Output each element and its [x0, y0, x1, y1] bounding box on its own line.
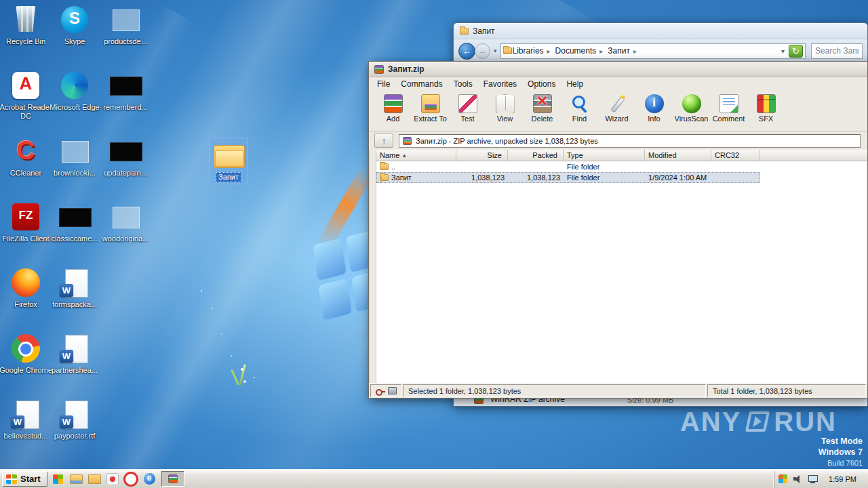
back-button[interactable]	[458, 43, 475, 60]
action-center-icon[interactable]	[778, 474, 787, 483]
archive-address-bar[interactable]: Запит.zip - ZIP archive, unpacked size 1…	[399, 134, 861, 148]
desktop-icon-zapyt[interactable]: Запит	[209, 138, 248, 184]
volume-icon[interactable]	[793, 474, 803, 483]
breadcrumb-libraries[interactable]: Libraries ▸	[512, 46, 555, 56]
virusscan-button[interactable]: VirusScan	[673, 93, 710, 124]
desktop-icon-column-2: Skype Microsoft Edge brownlooki... class…	[46, 4, 103, 464]
cell-name: ..	[376, 161, 456, 172]
toolbar-button-label: Add	[387, 115, 400, 123]
desktop-icon-skype[interactable]: Skype	[46, 4, 103, 70]
column-header-type[interactable]: Type	[564, 150, 645, 161]
desktop-icon-woodorigina[interactable]: woodorigina...	[97, 201, 154, 267]
cell-size: 1,038,123	[456, 172, 508, 183]
winrar-titlebar[interactable]: Запит.zip	[369, 62, 867, 77]
network-icon[interactable]	[808, 475, 818, 483]
toolbar-button-label: Find	[572, 115, 587, 123]
desktop-icon-payposter-rtf[interactable]: payposter.rtf	[46, 399, 103, 464]
search-input[interactable]	[812, 46, 862, 56]
desktop-icon-label: woodorigina...	[97, 235, 154, 243]
desktop-icon-productsde[interactable]: productsde...	[97, 4, 154, 70]
toolbar-icon	[458, 94, 477, 113]
explorer-titlebar[interactable]: Запит	[454, 23, 867, 39]
menu-commands[interactable]: Commands	[395, 78, 448, 90]
cell-size	[456, 161, 508, 172]
desktop-icon-classiccame[interactable]: classiccame...	[46, 201, 103, 267]
libraries-icon	[503, 47, 512, 54]
windows-logo-icon	[6, 474, 17, 484]
quicklaunch-media[interactable]	[104, 471, 121, 487]
quicklaunch-internet-explorer[interactable]	[141, 471, 158, 487]
toolbar-button-label: Delete	[532, 115, 553, 123]
explorer-address-bar: Libraries ▸ Documents ▸ Запит ▸	[454, 39, 867, 62]
menu-options[interactable]: Options	[522, 78, 561, 90]
status-selected-text: Selected 1 folder, 1,038,123 bytes	[403, 384, 706, 397]
menu-favorites[interactable]: Favorites	[478, 78, 522, 90]
toolbar-button-label: Info	[648, 115, 660, 123]
taskbar-clock[interactable]: 1:59 PM	[823, 475, 862, 483]
quicklaunch-opera[interactable]	[123, 471, 140, 487]
cell-packed	[508, 161, 564, 172]
key-icon	[376, 387, 385, 395]
desktop-icon-image	[57, 70, 92, 101]
desktop-icon-image	[57, 136, 92, 167]
taskbar-winrar-button[interactable]	[161, 471, 184, 487]
refresh-button[interactable]	[789, 45, 803, 58]
cell-packed: 1,038,123	[508, 172, 564, 183]
column-header-size[interactable]: Size	[456, 150, 508, 161]
wallpaper-sprout	[228, 362, 258, 392]
wizard-button[interactable]: Wizard	[598, 93, 635, 124]
forward-button[interactable]	[475, 43, 490, 59]
archive-address-text: Запит.zip - ZIP archive, unpacked size 1…	[416, 137, 598, 145]
desktop-icon-image	[8, 4, 43, 35]
sort-arrow-icon: ▲	[401, 152, 407, 159]
quicklaunch-explorer[interactable]	[68, 471, 85, 487]
desktop-icon-formspacka[interactable]: formspacka...	[46, 267, 103, 333]
winrar-toolbar: Add Extract To Test View Delete Find	[369, 91, 867, 131]
test-button[interactable]: Test	[449, 93, 486, 124]
winrar-icon	[168, 474, 178, 483]
info-button[interactable]: Info	[635, 93, 673, 124]
desktop-icon-label: rememberd...	[97, 103, 154, 112]
column-header-modified[interactable]: Modified	[645, 150, 711, 161]
archive-row-zapyt[interactable]: Запит 1,038,123 1,038,123 File folder 1/…	[376, 172, 760, 183]
folder-icon	[460, 28, 469, 35]
toolbar-button-label: Comment	[713, 115, 745, 123]
sfx-button[interactable]: SFX	[747, 93, 785, 124]
add-button[interactable]: Add	[374, 93, 412, 124]
desktop-icon-partnershea[interactable]: partnershea...	[46, 333, 103, 399]
cell-name: Запит	[376, 172, 456, 183]
cell-crc32	[711, 172, 760, 183]
file-list-header: Name ▲ Size Packed Type Modified	[376, 150, 867, 161]
start-button[interactable]: Start	[2, 471, 47, 487]
breadcrumb-documents[interactable]: Documents ▸	[555, 46, 608, 56]
menu-tools[interactable]: Tools	[448, 78, 478, 90]
desktop-icon-image	[57, 267, 92, 298]
history-dropdown-icon[interactable]	[492, 47, 498, 54]
delete-button[interactable]: Delete	[524, 93, 561, 124]
toolbar-button-label: View	[497, 115, 513, 123]
address-dropdown-icon[interactable]	[778, 47, 787, 55]
extract-to-button[interactable]: Extract To	[412, 93, 449, 124]
menu-help[interactable]: Help	[561, 78, 589, 90]
column-header-packed[interactable]: Packed	[508, 150, 564, 161]
cell-modified	[645, 161, 711, 172]
up-button[interactable]	[374, 134, 393, 148]
archive-row-parent[interactable]: .. File folder	[376, 161, 760, 172]
breadcrumb[interactable]: Libraries ▸ Documents ▸ Запит ▸	[500, 43, 806, 59]
quicklaunch-folder[interactable]	[86, 471, 103, 487]
view-button[interactable]: View	[486, 93, 524, 124]
find-button[interactable]: Find	[561, 93, 598, 124]
comment-button[interactable]: Comment	[710, 93, 747, 124]
desktop-icon-rememberd[interactable]: rememberd...	[97, 70, 154, 136]
desktop-icon-microsoft-edge[interactable]: Microsoft Edge	[46, 70, 103, 136]
column-header-crc32[interactable]: CRC32	[711, 150, 760, 161]
menu-file[interactable]: File	[372, 78, 395, 90]
status-total-text: Total 1 folder, 1,038,123 bytes	[707, 384, 866, 397]
desktop-icon-updatepain[interactable]: updatepain...	[97, 136, 154, 201]
quicklaunch-windows[interactable]	[50, 471, 66, 487]
desktop-icon-brownlooki[interactable]: brownlooki...	[46, 136, 103, 201]
column-header-name[interactable]: Name ▲	[376, 150, 456, 161]
desktop-icon-label: partnershea...	[46, 366, 103, 375]
breadcrumb-zapyt[interactable]: Запит ▸	[607, 46, 641, 56]
search-box[interactable]	[811, 43, 863, 59]
